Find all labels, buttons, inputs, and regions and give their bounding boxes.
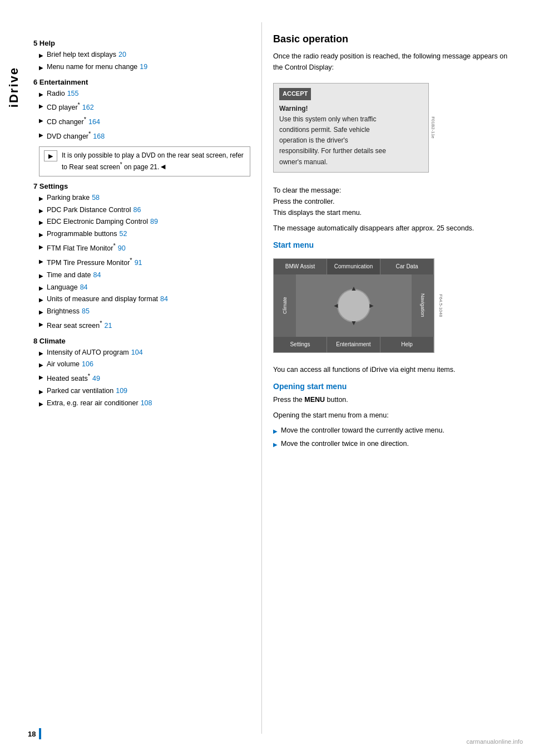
item-text: Programmable buttons52 <box>47 229 127 239</box>
arrow-icon: ▶ <box>39 387 43 396</box>
item-text: Units of measure and display format84 <box>47 294 168 305</box>
tab-communication: Communication <box>327 259 380 274</box>
tab-settings: Settings <box>274 337 327 352</box>
list-item: ▶ Brief help text displays20 <box>39 50 250 60</box>
warning-line-2: conditions permit. Safe vehicle <box>279 126 370 134</box>
note-box: ▶ It is only possible to play a DVD on t… <box>39 146 250 176</box>
arrow-icon: ▶ <box>39 243 43 251</box>
arrow-icon: ▶ <box>39 218 43 227</box>
sidebar: iDrive <box>0 22 28 734</box>
arrow-icon: ▶ <box>39 102 43 110</box>
page-num: 84 <box>93 271 101 279</box>
warning-line-1: Use this system only when traffic <box>279 115 377 123</box>
list-item: ▶ CD changer*164 <box>39 115 250 127</box>
page-num: 90 <box>118 244 126 252</box>
arrow-icon: ▶ <box>39 296 43 304</box>
side-climate: Climate <box>274 274 296 337</box>
item-text: Intensity of AUTO program104 <box>47 347 143 358</box>
start-menu-subtitle: Start menu <box>273 240 517 249</box>
list-item: ▶ TPM Tire Pressure Monitor*91 <box>39 256 250 268</box>
right-column: Basic operation Once the radio ready pos… <box>261 22 534 734</box>
page-num: 52 <box>119 230 127 238</box>
item-text: EDC Electronic Damping Control89 <box>47 217 158 227</box>
controller-arrow-right: ► <box>368 302 375 310</box>
clear-message-line1: To clear the message: <box>273 186 341 194</box>
start-menu-description: You can access all functions of iDrive v… <box>273 364 517 375</box>
start-menu-top-bar: BMW Assist Communication Car Data <box>274 259 434 274</box>
opening-steps-list: ▶ Move the controller toward the current… <box>273 425 517 450</box>
clear-message-text: To clear the message: Press the controll… <box>273 185 517 218</box>
item-text: Language84 <box>47 282 88 293</box>
section-5: 5 Help ▶ Brief help text displays20 ▶ Me… <box>33 39 250 72</box>
press-menu-prefix: Press the <box>273 396 304 404</box>
item-text: Menu name for menu change19 <box>47 62 147 72</box>
image-label-warning: F01B2-11e <box>431 117 436 139</box>
arrow-icon: ▶ <box>39 51 43 60</box>
item-text: TPM Tire Pressure Monitor*91 <box>47 256 142 268</box>
page-num: 168 <box>93 132 105 140</box>
arrow-icon: ▶ <box>39 131 43 139</box>
arrow-icon: ▶ <box>39 63 43 72</box>
page-num: 20 <box>118 51 126 58</box>
item-text: Brief help text displays20 <box>47 50 126 60</box>
list-item: ▶ CD player*162 <box>39 100 250 113</box>
item-text: CD player*162 <box>47 100 94 113</box>
section-8-header: 8 Climate <box>33 337 250 345</box>
list-item: ▶ Heated seats*49 <box>39 371 250 384</box>
note-icon: ▶ <box>44 150 57 161</box>
list-item: ▶ Parking brake58 <box>39 193 250 203</box>
page-num: 162 <box>82 104 94 111</box>
list-item: ▶ Programmable buttons52 <box>39 229 250 239</box>
section-7-number: 7 <box>33 182 37 190</box>
item-text: Time and date84 <box>47 270 101 281</box>
page-num: 49 <box>92 375 100 382</box>
press-menu-suffix: button. <box>325 396 348 404</box>
step-1-text: Move the controller toward the currently… <box>281 425 444 436</box>
section-6-list: ▶ Radio155 ▶ CD player*162 ▶ CD changer*… <box>39 89 250 142</box>
arrow-icon: ▶ <box>39 361 43 369</box>
press-menu-text: Press the MENU button. <box>273 394 517 405</box>
page-num: 89 <box>150 218 158 225</box>
watermark: carmanualonline.info <box>466 738 523 745</box>
arrow-icon: ▶ <box>39 308 43 316</box>
note-text: It is only possible to play a DVD on the… <box>62 150 245 173</box>
section-5-header: 5 Help <box>33 39 250 47</box>
page-num: 85 <box>82 307 90 315</box>
item-text: DVD changer*168 <box>47 129 105 142</box>
list-item: ▶ Move the controller twice in one direc… <box>273 439 517 449</box>
section-8-list: ▶ Intensity of AUTO program104 ▶ Air vol… <box>39 347 250 409</box>
page-num: 104 <box>131 348 143 356</box>
warning-title: Warning! <box>279 105 308 112</box>
start-menu-image-container: BMW Assist Communication Car Data Climat… <box>273 253 434 359</box>
side-navigation: Navigation <box>412 274 434 337</box>
section-7-header: 7 Settings <box>33 182 250 190</box>
item-text: Rear seat screen*21 <box>47 318 112 331</box>
page-num: 19 <box>140 63 147 71</box>
clear-message-line3: This displays the start menu. <box>273 209 362 217</box>
page-num: 91 <box>135 259 142 267</box>
warning-container: ACCEPT Warning! Use this system only whe… <box>273 77 429 178</box>
arrow-icon: ▶ <box>39 230 43 239</box>
opening-start-menu-subtitle: Opening start menu <box>273 382 517 391</box>
page-num: 106 <box>82 360 93 368</box>
item-text: CD changer*164 <box>47 115 100 127</box>
image-label-start-menu: F64.5-1048 <box>438 294 443 317</box>
page-num: 21 <box>104 322 112 330</box>
tab-help: Help <box>380 337 434 352</box>
page-num: 86 <box>133 206 141 214</box>
item-text: Extra, e.g. rear air conditioner108 <box>47 398 152 409</box>
section-6: 6 Entertainment ▶ Radio155 ▶ CD player*1… <box>33 78 250 176</box>
list-item: ▶ DVD changer*168 <box>39 129 250 142</box>
item-text: Heated seats*49 <box>47 371 100 384</box>
arrow-icon: ▶ <box>39 116 43 125</box>
warning-line-4: responsibility. For further details see <box>279 147 386 155</box>
from-menu-text: Opening the start menu from a menu: <box>273 410 517 421</box>
arrow-icon: ▶ <box>39 349 43 357</box>
page-number-bar <box>39 728 41 739</box>
item-text: Parked car ventilation109 <box>47 386 127 396</box>
section-5-title: Help <box>39 39 55 47</box>
warning-header: ACCEPT <box>279 88 311 100</box>
warning-content: Warning! Use this system only when traff… <box>279 104 423 168</box>
list-item: ▶ Rear seat screen*21 <box>39 318 250 331</box>
start-menu-center: ◄ ► ▲ ▼ <box>296 274 412 337</box>
